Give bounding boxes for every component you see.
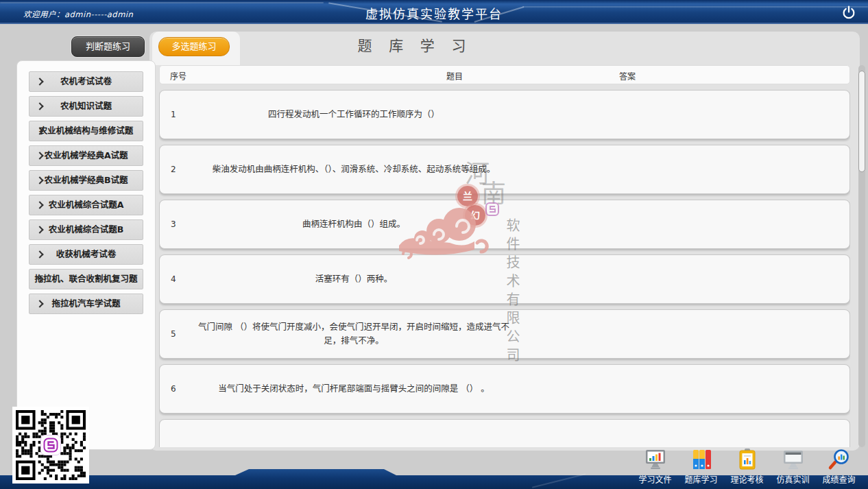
top-bar: 欢迎用户：admin-----admin 虚拟仿真实验教学平台: [0, 0, 868, 24]
sidebar-item[interactable]: 农业机械结构与维修试题: [29, 121, 143, 141]
sidebar-item-label: 收获机械考试卷: [56, 249, 117, 259]
page-title: 题 库 学 习: [295, 34, 535, 55]
binders-icon: [689, 448, 714, 471]
question-number: 2: [171, 145, 176, 193]
question-row[interactable]: 3曲柄连杆机构由（）组成。: [159, 200, 850, 249]
topbar-decor-line: [0, 2, 324, 3]
question-number: 4: [171, 255, 176, 303]
footer-item-label: 学习文件: [632, 473, 678, 485]
question-row[interactable]: [159, 419, 850, 447]
scrollbar-track[interactable]: [858, 65, 865, 447]
sidebar-item-label: 拖拉机汽车学试题: [51, 298, 120, 309]
sidebar-item[interactable]: 农业机械综合试题A: [29, 195, 143, 215]
footer-item-label: 理论考核: [724, 473, 770, 485]
footer-item-theory-exam[interactable]: 理论考核: [724, 448, 770, 488]
chevron-right-icon: [36, 201, 43, 208]
footer-item-simulation-training[interactable]: 仿真实训: [770, 448, 816, 488]
question-row[interactable]: 6当气门处于关闭状态时，气门杆尾部端面与摇臂头之间的间隙是 （） 。: [159, 364, 850, 414]
footer-item-study-files[interactable]: 学习文件: [632, 448, 678, 488]
question-number: 1: [171, 91, 176, 139]
sidebar-item[interactable]: 拖拉机、联合收割机复习题: [29, 269, 143, 289]
question-row[interactable]: 1四行程发动机一个工作循环的工作顺序为（）: [159, 90, 850, 139]
power-icon: [841, 4, 857, 21]
question-text: [190, 420, 518, 447]
footer-item-question-bank[interactable]: 题库学习: [678, 448, 724, 488]
question-text: 当气门处于关闭状态时，气门杆尾部端面与摇臂头之间的间隙是 （） 。: [190, 365, 518, 413]
qr-code: [12, 407, 89, 484]
question-text: 四行程发动机一个工作循环的工作顺序为（）: [190, 91, 518, 139]
app-title: 虚拟仿真实验教学平台: [0, 4, 868, 22]
footer-item-label: 成绩查询: [816, 473, 862, 485]
sidebar-item[interactable]: 农业机械学经典B试题: [29, 170, 143, 191]
sidebar-category-panel: 农机考试试卷 农机知识试题 农业机械结构与维修试题 农业机械学经典A试题 农业机…: [16, 60, 156, 450]
table-header: 序号 题目 答案: [159, 65, 850, 84]
question-row[interactable]: 4活塞环有（）两种。: [159, 254, 850, 304]
sidebar-item-label: 农业机械结构与维修试题: [39, 126, 134, 136]
column-header-answer: 答案: [607, 70, 648, 82]
footer-item-score-query[interactable]: 成绩查询: [816, 448, 862, 488]
chevron-right-icon: [36, 226, 43, 233]
chevron-right-icon: [36, 102, 43, 110]
sidebar-item-label: 农业机械学经典B试题: [44, 175, 128, 185]
chevron-right-icon: [36, 152, 43, 159]
question-text: 柴油发动机由曲柄连杆机构、（）、润滑系统、冷却系统、起动系统等组成。: [190, 145, 518, 193]
chevron-right-icon: [36, 250, 43, 258]
column-header-no: 序号: [170, 70, 186, 82]
tab-multi-choice-practice[interactable]: 多选题练习: [158, 37, 230, 56]
chevron-right-icon: [36, 300, 43, 307]
sidebar-item[interactable]: 农机考试试卷: [29, 71, 143, 92]
question-row[interactable]: 2柴油发动机由曲柄连杆机构、（）、润滑系统、冷却系统、起动系统等组成。: [159, 145, 850, 194]
chevron-right-icon: [36, 176, 43, 184]
question-text: 曲柄连杆机构由（）组成。: [190, 200, 518, 248]
question-text: 气门间隙 （）将使气门开度减小，会使气门迟开早闭，开启时间缩短，造成进气不足，排…: [190, 310, 518, 358]
question-text: 活塞环有（）两种。: [190, 255, 518, 303]
app-window: 欢迎用户：admin-----admin 虚拟仿真实验教学平台 判断题练习 多选…: [0, 0, 868, 489]
chevron-right-icon: [36, 77, 43, 85]
column-header-question: 题目: [434, 70, 475, 82]
sidebar-item[interactable]: 农机知识试题: [29, 96, 143, 117]
question-number: 3: [171, 200, 176, 248]
sidebar-item-label: 农业机械综合试题B: [49, 224, 124, 235]
sidebar-item-label: 农业机械综合试题A: [49, 200, 124, 210]
sidebar-item-label: 农机知识试题: [60, 101, 112, 111]
question-number: 5: [171, 310, 176, 358]
qr-center-logo-icon: [40, 435, 61, 455]
sidebar-item[interactable]: 拖拉机汽车学试题: [29, 294, 143, 314]
sidebar-item[interactable]: 收获机械考试卷: [29, 244, 143, 265]
monitor-icon: [781, 448, 806, 471]
sidebar-item[interactable]: 农业机械综合试题B: [29, 219, 143, 240]
sidebar-item-label: 农机考试试卷: [60, 76, 112, 86]
clipboard-chart-icon: [735, 448, 760, 471]
question-number: 6: [171, 365, 176, 413]
tab-judge-practice[interactable]: 判断题练习: [71, 36, 145, 57]
footer-item-label: 仿真实训: [770, 473, 816, 485]
question-row[interactable]: 5气门间隙 （）将使气门开度减小，会使气门迟开早闭，开启时间缩短，造成进气不足，…: [159, 309, 850, 359]
scrollbar-thumb[interactable]: [858, 71, 865, 172]
footer-item-label: 题库学习: [678, 473, 724, 485]
sidebar-item-label: 农业机械学经典A试题: [44, 150, 128, 160]
magnifier-chart-icon: [827, 448, 852, 471]
question-list: 序号 题目 答案 1四行程发动机一个工作循环的工作顺序为（） 2柴油发动机由曲柄…: [159, 65, 850, 447]
monitor-chart-icon: [643, 448, 668, 471]
sidebar-item[interactable]: 农业机械学经典A试题: [29, 145, 143, 166]
power-button[interactable]: [841, 4, 857, 21]
sidebar-item-label: 拖拉机、联合收割机复习题: [34, 274, 137, 284]
